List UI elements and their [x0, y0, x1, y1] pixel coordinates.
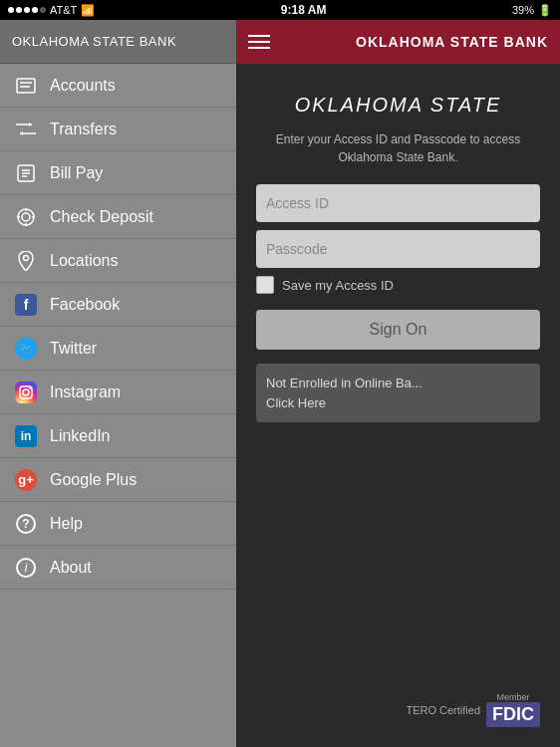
- instagram-icon: [14, 380, 38, 404]
- save-access-id-checkbox[interactable]: [256, 276, 274, 294]
- sidebar-item-accounts[interactable]: Accounts: [0, 64, 236, 108]
- battery-icon: 🔋: [538, 4, 552, 17]
- accounts-label: Accounts: [50, 77, 116, 95]
- main-header: Oklahoma State Bank: [236, 20, 560, 64]
- main-content: Oklahoma State Enter your Access ID and …: [236, 64, 560, 747]
- help-label: Help: [50, 515, 83, 533]
- twitter-icon: 🐦: [14, 337, 38, 361]
- sidebar-item-transfers[interactable]: Transfers: [0, 108, 236, 151]
- wifi-icon: 📶: [81, 4, 95, 17]
- sidebar-bank-name: Oklahoma State Bank: [12, 34, 176, 49]
- facebook-icon: f: [14, 293, 38, 317]
- googleplus-icon: g+: [14, 468, 38, 492]
- sidebar-item-facebook[interactable]: f Facebook: [0, 283, 236, 327]
- billpay-label: Bill Pay: [50, 164, 103, 182]
- googleplus-label: Google Plus: [50, 471, 137, 489]
- about-label: About: [50, 559, 92, 577]
- sidebar-item-checkdeposit[interactable]: Check Deposit: [0, 195, 236, 239]
- signal-dots: [8, 7, 46, 13]
- sidebar-item-twitter[interactable]: 🐦 Twitter: [0, 327, 236, 371]
- instagram-label: Instagram: [50, 383, 121, 401]
- enroll-text: Not Enrolled in Online Ba...Click Here: [266, 375, 422, 410]
- fdic-badge: FDIC: [486, 702, 540, 727]
- help-icon: ?: [14, 512, 38, 536]
- checkdeposit-icon: [14, 205, 38, 229]
- twitter-label: Twitter: [50, 340, 97, 358]
- sidebar-item-locations[interactable]: Locations: [0, 239, 236, 283]
- sidebar-header: Oklahoma State Bank: [0, 20, 236, 64]
- footer-area: TERO Certified Member FDIC: [256, 692, 540, 727]
- passcode-input[interactable]: [256, 230, 540, 268]
- hamburger-line-3: [248, 47, 270, 49]
- transfers-label: Transfers: [50, 121, 117, 138]
- main-header-title: Oklahoma State Bank: [356, 34, 548, 50]
- sidebar-item-linkedin[interactable]: in LinkedIn: [0, 414, 236, 458]
- enroll-button[interactable]: Not Enrolled in Online Ba...Click Here: [256, 364, 540, 422]
- status-bar: AT&T 📶 9:18 AM 39% 🔋: [0, 0, 560, 20]
- facebook-label: Facebook: [50, 296, 120, 314]
- tero-certified-text: TERO Certified: [406, 704, 480, 716]
- status-left: AT&T 📶: [8, 4, 95, 17]
- svg-point-10: [22, 213, 30, 221]
- time-label: 9:18 AM: [281, 3, 327, 17]
- hamburger-menu-button[interactable]: [248, 35, 270, 49]
- billpay-icon: [14, 161, 38, 185]
- hamburger-line-1: [248, 35, 270, 37]
- svg-point-15: [24, 255, 29, 260]
- about-icon: i: [14, 556, 38, 580]
- bank-title: Oklahoma State: [295, 94, 502, 117]
- carrier-label: AT&T: [50, 4, 77, 16]
- svg-rect-0: [17, 79, 35, 93]
- linkedin-label: LinkedIn: [50, 427, 111, 445]
- sidebar-item-help[interactable]: ? Help: [0, 502, 236, 546]
- sidebar: Oklahoma State Bank Accounts Transfers: [0, 20, 236, 747]
- sidebar-item-about[interactable]: i About: [0, 546, 236, 590]
- access-id-input[interactable]: [256, 184, 540, 222]
- battery-label: 39%: [512, 4, 534, 16]
- hamburger-line-2: [248, 41, 270, 43]
- checkdeposit-label: Check Deposit: [50, 208, 153, 226]
- member-text: Member: [496, 692, 529, 702]
- bank-subtitle: Enter your Access ID and Passcode to acc…: [276, 130, 520, 166]
- svg-point-9: [18, 209, 34, 225]
- location-icon: [14, 249, 38, 273]
- save-access-id-row: Save my Access ID: [256, 276, 540, 294]
- sidebar-item-instagram[interactable]: Instagram: [0, 371, 236, 414]
- accounts-icon: [14, 74, 38, 98]
- main-panel: Oklahoma State Bank Oklahoma State Enter…: [236, 20, 560, 747]
- svg-point-17: [23, 389, 29, 395]
- transfers-icon: [14, 118, 38, 141]
- locations-label: Locations: [50, 252, 119, 270]
- sidebar-item-billpay[interactable]: Bill Pay: [0, 151, 236, 195]
- sign-on-button[interactable]: Sign On: [256, 310, 540, 350]
- save-access-id-label: Save my Access ID: [282, 278, 394, 293]
- status-right: 39% 🔋: [512, 4, 552, 17]
- svg-point-18: [29, 387, 31, 389]
- sidebar-item-googleplus[interactable]: g+ Google Plus: [0, 458, 236, 502]
- linkedin-icon: in: [14, 424, 38, 448]
- fdic-row: TERO Certified Member FDIC: [406, 692, 540, 727]
